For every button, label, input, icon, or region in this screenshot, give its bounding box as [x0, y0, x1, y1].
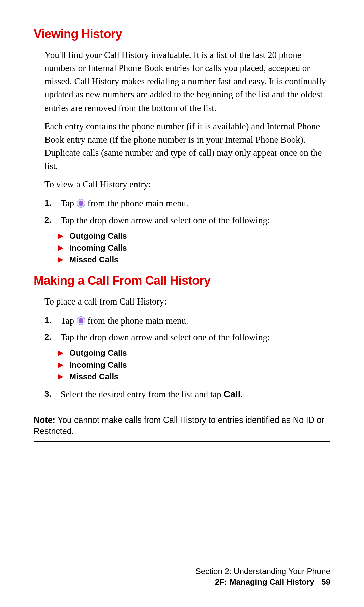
- triangle-icon: ▶: [58, 231, 63, 241]
- steps-list-2b: Select the desired entry from the list a…: [44, 387, 330, 402]
- step-text-post: from the phone main menu.: [88, 316, 188, 326]
- bullet-item: ▶Outgoing Calls: [58, 347, 330, 359]
- triangle-icon: ▶: [58, 255, 63, 264]
- note-callout: Note: You cannot make calls from Call Hi…: [34, 410, 330, 442]
- call-type-list-2: ▶Outgoing Calls ▶Incoming Calls ▶Missed …: [58, 347, 330, 382]
- bullet-item: ▶Missed Calls: [58, 254, 330, 266]
- step-text-post: .: [240, 389, 243, 399]
- bullet-item: ▶Missed Calls: [58, 371, 330, 383]
- manual-page: Viewing History You'll find your Call Hi…: [34, 27, 330, 442]
- para-intro-1: You'll find your Call History invaluable…: [44, 49, 330, 115]
- note-label: Note:: [34, 415, 58, 425]
- bullet-label: Incoming Calls: [69, 243, 127, 252]
- triangle-icon: ▶: [58, 243, 63, 253]
- call-type-list-1: ▶Outgoing Calls ▶Incoming Calls ▶Missed …: [58, 230, 330, 265]
- bullet-label: Outgoing Calls: [69, 348, 127, 357]
- note-text: You cannot make calls from Call History …: [34, 415, 324, 436]
- bullet-item: ▶Incoming Calls: [58, 242, 330, 254]
- bullet-item: ▶Incoming Calls: [58, 359, 330, 371]
- page-number: 59: [321, 577, 330, 586]
- para-place-call: To place a call from Call History:: [44, 295, 330, 308]
- heading-making-call: Making a Call From Call History: [34, 273, 330, 288]
- footer-subsection-text: 2F: Managing Call History: [215, 577, 314, 586]
- steps-list-2: Tap from the phone main menu. Tap the dr…: [44, 314, 330, 345]
- phone-menu-icon: [77, 316, 85, 325]
- bullet-label: Outgoing Calls: [69, 231, 127, 240]
- step-text: Tap the drop down arrow and select one o…: [61, 332, 270, 342]
- step-item: Tap the drop down arrow and select one o…: [44, 213, 330, 228]
- triangle-icon: ▶: [58, 348, 63, 358]
- heading-viewing-history: Viewing History: [34, 27, 330, 41]
- step-item: Tap the drop down arrow and select one o…: [44, 330, 330, 345]
- step-text-post: from the phone main menu.: [88, 198, 188, 208]
- step-text-pre: Tap: [61, 198, 77, 208]
- bullet-label: Missed Calls: [69, 372, 118, 381]
- page-footer: Section 2: Understanding Your Phone 2F: …: [34, 567, 330, 587]
- bullet-label: Missed Calls: [69, 255, 118, 264]
- bullet-label: Incoming Calls: [69, 360, 127, 369]
- footer-subsection: 2F: Managing Call History 59: [34, 577, 330, 587]
- triangle-icon: ▶: [58, 372, 63, 381]
- bullet-item: ▶Outgoing Calls: [58, 230, 330, 242]
- para-intro-3: To view a Call History entry:: [44, 178, 330, 191]
- step-item: Tap from the phone main menu.: [44, 197, 330, 211]
- steps-list-1: Tap from the phone main menu. Tap the dr…: [44, 197, 330, 228]
- step-item: Select the desired entry from the list a…: [44, 387, 330, 402]
- triangle-icon: ▶: [58, 360, 63, 370]
- step-text-pre: Tap: [61, 316, 77, 326]
- step-text: Tap the drop down arrow and select one o…: [61, 215, 270, 225]
- para-intro-2: Each entry contains the phone number (if…: [44, 120, 330, 173]
- footer-section: Section 2: Understanding Your Phone: [34, 567, 330, 576]
- phone-menu-icon: [77, 199, 85, 208]
- step-item: Tap from the phone main menu.: [44, 314, 330, 328]
- step-text-pre: Select the desired entry from the list a…: [61, 389, 224, 399]
- call-bold: Call: [224, 389, 241, 399]
